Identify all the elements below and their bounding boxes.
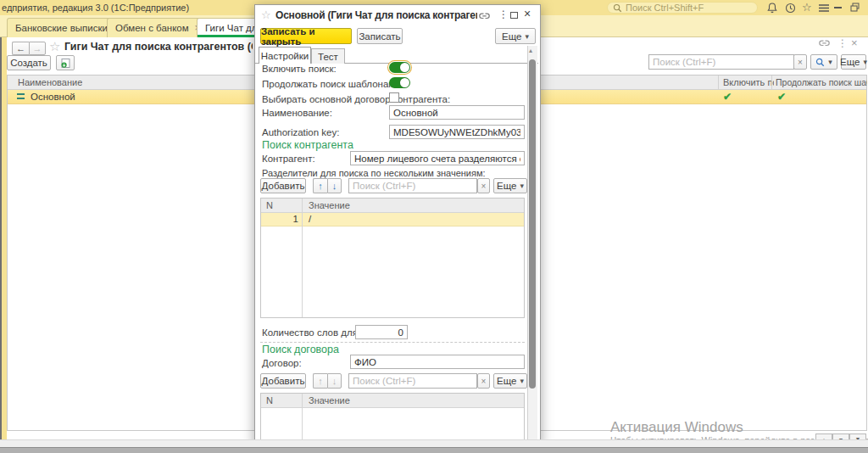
bottom-status-band <box>0 439 868 447</box>
continue-check-icon: ✔ <box>777 91 786 103</box>
continue-templates-toggle[interactable] <box>389 77 410 88</box>
chevron-down-icon: ▾ <box>828 58 832 66</box>
contract-section-header: Поиск договора <box>262 344 339 355</box>
form-link-icon[interactable] <box>819 40 830 47</box>
move-up-button[interactable]: ↑ <box>313 178 327 193</box>
magnifier-icon <box>815 58 825 67</box>
tab-label: Обмен с банком <box>115 23 189 33</box>
enable-search-label: Включить поиск: <box>262 64 337 74</box>
separators-more-button[interactable]: Еще▾ <box>493 178 527 193</box>
row-name: Основной <box>31 92 75 102</box>
dialog-maximize-button[interactable] <box>510 12 518 19</box>
section-divider <box>260 342 525 343</box>
row-number: 1 <box>261 214 298 224</box>
list-search-menu-button[interactable]: ▾ <box>810 54 837 70</box>
separators-table: N Значение 1 / <box>260 198 525 318</box>
list-search-clear-button[interactable]: × <box>793 54 807 70</box>
list-search-input[interactable] <box>648 54 794 70</box>
dialog-more-button[interactable]: Еще▾ <box>495 28 536 44</box>
name-input[interactable] <box>389 105 525 120</box>
column-continue-search[interactable]: Продолжать поиск шаблонам <box>776 77 867 87</box>
tab-label: Банковские выписки <box>15 23 108 33</box>
dialog-close-button[interactable]: × <box>524 7 531 20</box>
forward-button[interactable]: → <box>29 42 46 55</box>
up-arrow-icon: ↑ <box>318 376 323 386</box>
dialog-link-icon[interactable] <box>479 13 490 20</box>
chevron-down-icon: ▾ <box>520 182 524 190</box>
save-and-close-button[interactable]: Записать и закрыть <box>260 28 352 44</box>
dialog-favorite-star-icon[interactable]: ☆ <box>261 8 271 21</box>
down-arrow-icon: ↓ <box>332 376 337 386</box>
chevron-down-icon: ▾ <box>520 377 524 385</box>
auth-key-label: Authorization key: <box>262 127 339 137</box>
main-menu-icon[interactable] <box>819 4 829 12</box>
favorite-star-icon[interactable]: ☆ <box>49 39 60 54</box>
search-icon <box>613 3 622 13</box>
tab-bank-exchange[interactable]: Обмен с банком × <box>107 18 209 37</box>
contractor-section-header: Поиск контрагента <box>262 139 353 151</box>
move-down-button[interactable]: ↓ <box>327 178 342 193</box>
global-search-input[interactable] <box>626 3 752 13</box>
auth-key-input[interactable] <box>389 125 525 139</box>
separators-row-selected[interactable]: 1 / <box>261 213 524 226</box>
separators-search-clear-button[interactable]: × <box>477 178 490 193</box>
list-more-button[interactable]: Еще▾ <box>841 54 866 70</box>
column-enable-search[interactable]: Включить поиск <box>723 77 774 87</box>
dialog-scrollbar-thumb[interactable] <box>529 59 536 389</box>
separators-add-button[interactable]: Добавить <box>260 178 306 193</box>
create-group-button[interactable] <box>56 55 75 70</box>
chevron-down-icon: ▾ <box>863 58 867 66</box>
restore-window-button[interactable] <box>850 3 860 12</box>
contract-label: Договор: <box>262 358 302 368</box>
column-value: Значение <box>309 395 350 405</box>
page-title: Гиги Чат для поиска контрагентов (Обмен <box>64 41 253 53</box>
favorites-star-icon[interactable]: ☆ <box>802 1 812 14</box>
words-count-input[interactable] <box>355 325 408 339</box>
dialog-tab-settings[interactable]: Настройки <box>259 47 311 64</box>
up-arrow-icon: ↑ <box>318 181 323 191</box>
row-value: / <box>309 214 311 224</box>
contract-table: N Значение <box>260 393 525 442</box>
main-contract-checkbox[interactable] <box>389 92 399 103</box>
separators-search-input[interactable] <box>348 178 477 193</box>
minimize-button[interactable] <box>834 7 842 8</box>
history-icon[interactable] <box>785 3 796 14</box>
separators-table-header: N Значение <box>261 199 524 213</box>
back-button[interactable]: ← <box>12 42 29 55</box>
settings-dialog: ☆ Основной (Гиги Чат для поиска контраге… <box>254 4 541 447</box>
contract-search-input[interactable] <box>348 373 477 389</box>
notifications-bell-icon[interactable] <box>767 3 777 14</box>
contract-search-clear-button[interactable]: × <box>477 373 490 389</box>
contractor-input[interactable] <box>350 151 525 165</box>
contract-more-button[interactable]: Еще▾ <box>493 373 527 389</box>
catalog-item-icon <box>17 93 25 99</box>
contract-input[interactable] <box>350 355 525 369</box>
global-search-box[interactable] <box>607 2 758 14</box>
create-button[interactable]: Создать <box>7 55 51 70</box>
contractor-label: Контрагент: <box>262 154 315 164</box>
dialog-title: Основной (Гиги Чат для поиска контраген.… <box>275 9 477 21</box>
form-more-icon[interactable]: ⋮ <box>837 37 848 49</box>
enable-check-icon: ✔ <box>723 91 732 103</box>
bottom-taskbar-edge <box>0 447 868 453</box>
contract-move-up-button[interactable]: ↑ <box>313 373 327 389</box>
main-contract-label: Выбирать основной договор контрагента: <box>262 94 450 104</box>
form-close-icon[interactable]: × <box>851 36 858 49</box>
dialog-more-icon[interactable]: ⋮ <box>498 8 509 20</box>
separators-label: Разделители для поиска по нескольким зна… <box>262 168 486 178</box>
column-name[interactable]: Наименование <box>18 77 82 87</box>
enable-search-toggle[interactable] <box>389 62 410 73</box>
screen: едприятия, редакция 3.0 (1С:Предприятие)… <box>0 0 868 453</box>
save-button[interactable]: Записать <box>357 28 403 44</box>
contract-table-header: N Значение <box>261 394 524 408</box>
down-arrow-icon: ↓ <box>332 181 337 191</box>
contract-add-button[interactable]: Добавить <box>260 373 306 389</box>
activation-watermark-title: Активация Windows <box>610 419 743 436</box>
scrollbar-up-icon[interactable]: ▴ <box>529 47 532 54</box>
column-n: N <box>266 200 273 210</box>
app-title: едприятия, редакция 3.0 (1С:Предприятие) <box>2 3 189 13</box>
contract-move-down-button[interactable]: ↓ <box>327 373 342 389</box>
continue-templates-label: Продолжать поиск шаблонам: <box>262 79 398 89</box>
dialog-tab-test[interactable]: Тест <box>311 48 345 64</box>
column-value: Значение <box>309 200 350 210</box>
